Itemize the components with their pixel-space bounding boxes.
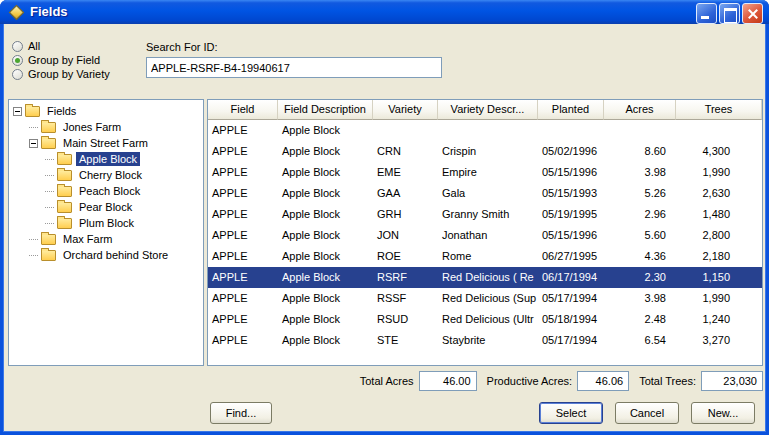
cell-variety: GAA [373,183,438,204]
column-header-field-description[interactable]: Field Description [278,100,373,120]
cell-field: APPLE [208,225,278,246]
tree-item-jones-farm[interactable]: Jones Farm [9,119,203,135]
cell-field: APPLE [208,330,278,351]
minimize-icon[interactable] [696,3,717,24]
cell-variety: STE [373,330,438,351]
cell-variety [373,120,438,141]
option-label: All [28,40,40,52]
radio-icon[interactable] [12,69,23,80]
cell-planted: 05/15/1996 [538,162,604,183]
option-group-by-field[interactable]: Group by Field [12,53,110,67]
tree-item-plum-block[interactable]: Plum Block [9,215,203,231]
tree-item-main-street-farm[interactable]: Main Street Farm [9,135,203,151]
new-button[interactable]: New... [691,402,755,424]
tree-view: FieldsJones FarmMain Street FarmApple Bl… [8,99,204,366]
option-all[interactable]: All [12,39,110,53]
cell-trees: 1,480 [676,204,762,225]
cell-field: APPLE [208,141,278,162]
cell-field-description: Apple Block [278,225,373,246]
table-row[interactable]: APPLEApple BlockJONJonathan05/15/19965.6… [208,225,762,246]
tree-item-apple-block[interactable]: Apple Block [9,151,203,167]
cell-field-description: Apple Block [278,162,373,183]
select-button[interactable]: Select [539,402,603,424]
tree-item-label: Max Farm [60,232,116,246]
tree-connector [29,255,38,256]
cell-field-description: Apple Block [278,288,373,309]
column-header-planted[interactable]: Planted [538,100,604,120]
option-group-by-variety[interactable]: Group by Variety [12,67,110,81]
tree-connector [29,127,38,128]
cell-field-description: Apple Block [278,246,373,267]
column-header-variety-descr[interactable]: Variety Descr... [438,100,538,120]
cell-field: APPLE [208,120,278,141]
tree-connector [45,207,54,208]
column-header-acres[interactable]: Acres [604,100,676,120]
total-acres-label: Total Acres [360,375,414,387]
folder-icon [57,202,72,213]
table-row[interactable]: APPLEApple BlockROERome06/27/19954.362,1… [208,246,762,267]
close-icon[interactable] [742,3,763,24]
tree-item-label: Main Street Farm [60,136,151,150]
tree-item-max-farm[interactable]: Max Farm [9,231,203,247]
tree-connector [29,239,38,240]
title-bar[interactable]: Fields [0,0,769,24]
cell-acres: 3.98 [604,162,676,183]
folder-icon [57,170,72,181]
radio-icon[interactable] [12,41,23,52]
option-group: AllGroup by FieldGroup by Variety [12,39,110,81]
cell-field-description: Apple Block [278,141,373,162]
column-header-variety[interactable]: Variety [373,100,438,120]
cell-variety: RSUD [373,309,438,330]
tree-item-fields[interactable]: Fields [9,103,203,119]
cell-field-description: Apple Block [278,120,373,141]
table-row[interactable]: APPLEApple BlockSTEStaybrite05/17/19946.… [208,330,762,351]
cell-variety-descr: Red Delicious ( Re [438,267,538,288]
maximize-icon[interactable] [719,3,740,24]
cell-acres: 4.36 [604,246,676,267]
cell-field: APPLE [208,204,278,225]
tree-item-orchard-behind-store[interactable]: Orchard behind Store [9,247,203,263]
collapse-icon[interactable] [29,139,38,148]
total-trees-value: 23,030 [701,371,763,391]
tree-connector [45,159,54,160]
table-row[interactable]: APPLEApple BlockRSUDRed Delicious (Ultr0… [208,309,762,330]
cell-acres: 3.98 [604,288,676,309]
column-header-trees[interactable]: Trees [676,100,762,120]
table-row[interactable]: APPLEApple BlockGAAGala05/15/19935.262,6… [208,183,762,204]
collapse-icon[interactable] [13,107,22,116]
total-acres-value: 46.00 [419,371,477,391]
cell-acres: 2.96 [604,204,676,225]
folder-icon [41,234,56,245]
tree-item-label: Orchard behind Store [60,248,171,262]
tree-item-peach-block[interactable]: Peach Block [9,183,203,199]
cell-variety-descr: Red Delicious (Ultr [438,309,538,330]
column-header-field[interactable]: Field [208,100,278,120]
folder-icon [41,138,56,149]
radio-icon[interactable] [12,55,23,66]
window-title: Fields [30,0,68,24]
table-row[interactable]: APPLEApple BlockEMEEmpire05/15/19963.981… [208,162,762,183]
search-input[interactable] [146,57,442,78]
cell-planted: 05/02/1996 [538,141,604,162]
cell-planted: 06/17/1994 [538,267,604,288]
tree-item-label: Apple Block [76,152,140,166]
cell-variety-descr: Gala [438,183,538,204]
window-controls [696,3,763,24]
cell-field: APPLE [208,267,278,288]
cancel-button[interactable]: Cancel [615,402,679,424]
tree-item-pear-block[interactable]: Pear Block [9,199,203,215]
cell-trees: 2,630 [676,183,762,204]
cell-field: APPLE [208,183,278,204]
cell-acres: 2.48 [604,309,676,330]
cell-variety: CRN [373,141,438,162]
cell-field-description: Apple Block [278,330,373,351]
table-row[interactable]: APPLEApple BlockRSRFRed Delicious ( Re06… [208,267,762,288]
cell-trees [676,120,762,141]
cell-field-description: Apple Block [278,204,373,225]
table-row[interactable]: APPLEApple BlockRSSFRed Delicious (Sup05… [208,288,762,309]
find-button[interactable]: Find... [210,402,272,424]
table-row[interactable]: APPLEApple BlockCRNCrispin05/02/19968.60… [208,141,762,162]
tree-item-cherry-block[interactable]: Cherry Block [9,167,203,183]
table-row[interactable]: APPLEApple Block [208,120,762,141]
table-row[interactable]: APPLEApple BlockGRHGranny Smith05/19/199… [208,204,762,225]
